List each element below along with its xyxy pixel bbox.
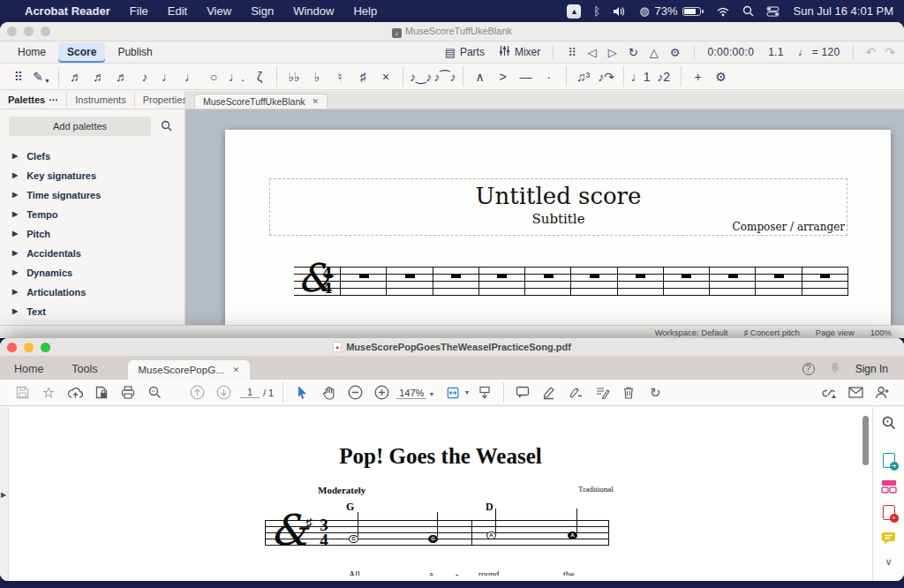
augmentation-dot-icon[interactable]: ♩. xyxy=(226,66,247,87)
measure[interactable] xyxy=(387,267,433,296)
whole-note-icon[interactable]: ○ xyxy=(203,66,224,87)
playback-settings-gear[interactable]: ⚙ xyxy=(670,46,681,59)
sign-in-button[interactable]: Sign In xyxy=(855,363,888,375)
pdf-document-tab[interactable]: MuseScorePopG... ✕ xyxy=(128,360,251,380)
score-page[interactable]: Untitled score Subtitle Composer / arran… xyxy=(225,130,891,325)
measure[interactable] xyxy=(802,267,848,296)
comments-tool-icon[interactable] xyxy=(880,531,898,545)
measure[interactable] xyxy=(618,267,664,296)
measure[interactable] xyxy=(479,267,525,296)
metronome-button[interactable]: △ xyxy=(650,46,659,59)
menu-extra-app-icon[interactable]: ▲ xyxy=(567,4,581,19)
undo-button[interactable]: ↶ xyxy=(866,45,877,59)
palette-item-accidentals[interactable]: ▶Accidentals xyxy=(0,244,185,263)
palettes-more-dots[interactable]: ··· xyxy=(49,94,58,105)
previous-page-icon[interactable] xyxy=(185,382,208,403)
tab-instruments[interactable]: Instruments xyxy=(67,91,134,109)
tab-home[interactable]: Home xyxy=(9,43,55,61)
palette-item-tempo[interactable]: ▶Tempo xyxy=(0,205,185,224)
menu-view[interactable]: View xyxy=(207,4,231,18)
palette-item-key-signatures[interactable]: ▶Key signatures xyxy=(0,166,185,185)
title-frame[interactable]: Untitled score Subtitle Composer / arran… xyxy=(269,178,848,236)
musescore-titlebar[interactable]: ♪MuseScoreTuffUkeBlank xyxy=(0,22,904,41)
mixer-button[interactable]: Mixer xyxy=(499,45,540,59)
menu-sign[interactable]: Sign xyxy=(251,4,274,18)
add-palettes-button[interactable]: Add palettes xyxy=(9,117,151,136)
add-person-icon[interactable] xyxy=(870,382,893,403)
create-pdf-icon[interactable]: + xyxy=(880,505,898,520)
email-icon[interactable] xyxy=(844,382,867,403)
double-flat-icon[interactable]: ♭♭ xyxy=(283,66,305,87)
zoom-in-icon[interactable] xyxy=(370,382,393,403)
rest-icon[interactable]: ζ xyxy=(249,66,270,87)
marcato-icon[interactable]: ∧ xyxy=(470,66,491,87)
spotlight-search-icon[interactable] xyxy=(742,4,754,19)
protect-document-icon[interactable] xyxy=(90,382,113,403)
64th-note-icon[interactable]: ♬ xyxy=(65,66,87,87)
page-view-selector[interactable]: Page view xyxy=(816,328,855,337)
play-button[interactable]: ▷ xyxy=(608,46,617,59)
tab-tools[interactable]: Tools xyxy=(57,358,111,380)
expand-left-panel-icon[interactable]: ▶ xyxy=(1,491,6,499)
vpn-swirl-icon[interactable]: ◍ xyxy=(639,4,649,19)
score-title[interactable]: Untitled score xyxy=(270,183,847,209)
natural-icon[interactable]: ♮ xyxy=(329,66,350,87)
staff[interactable]: & 4 4 xyxy=(294,267,848,296)
more-tools-chevron-icon[interactable]: ∨ xyxy=(880,556,898,568)
bluetooth-icon[interactable]: ᛒ xyxy=(593,4,600,19)
close-tab-icon[interactable]: ✕ xyxy=(233,366,240,374)
canvas-zoom-level[interactable]: 100% xyxy=(870,328,892,337)
print-icon[interactable] xyxy=(117,382,139,403)
half-note-icon[interactable]: ♩ xyxy=(180,66,201,87)
page-scrolling-icon[interactable] xyxy=(473,382,496,403)
battery-indicator[interactable]: 73% xyxy=(655,4,704,18)
menu-window[interactable]: Window xyxy=(293,4,334,18)
menu-file[interactable]: File xyxy=(130,4,148,18)
score-document-tab[interactable]: MuseScoreTuffUkeBlank ✕ xyxy=(194,94,328,109)
measure[interactable] xyxy=(341,267,387,296)
customize-gear-icon[interactable]: ⚙ xyxy=(711,66,732,87)
delete-trash-icon[interactable] xyxy=(617,382,640,403)
notifications-bell-icon[interactable] xyxy=(829,361,841,376)
close-tab-icon[interactable]: ✕ xyxy=(313,97,320,106)
rewind-button[interactable]: ◁ xyxy=(588,46,597,59)
control-center-icon[interactable] xyxy=(766,4,780,19)
select-tool-icon[interactable] xyxy=(290,382,313,403)
tie-icon[interactable]: ♪‿♪ xyxy=(410,66,432,87)
measure[interactable] xyxy=(664,267,710,296)
active-app-name[interactable]: Acrobat Reader xyxy=(25,4,110,18)
zoom-out-icon[interactable] xyxy=(343,382,366,403)
organize-pages-icon[interactable] xyxy=(880,479,898,494)
share-link-icon[interactable] xyxy=(817,382,840,403)
palette-item-pitch[interactable]: ▶Pitch xyxy=(0,224,185,244)
tab-score[interactable]: Score xyxy=(58,43,105,61)
refresh-icon[interactable]: ↻ xyxy=(644,382,667,403)
palette-item-clefs[interactable]: ▶Clefs xyxy=(0,147,185,166)
tab-publish[interactable]: Publish xyxy=(109,43,161,61)
score-composer[interactable]: Composer / arranger xyxy=(733,221,845,233)
voice-2-icon[interactable]: ♪2 xyxy=(653,66,674,87)
add-icon[interactable]: + xyxy=(688,66,709,87)
hand-tool-icon[interactable] xyxy=(317,382,340,403)
page-number-input[interactable]: 1 xyxy=(240,387,260,398)
search-tool-icon[interactable] xyxy=(880,416,898,430)
parts-button[interactable]: ▤ Parts xyxy=(445,46,485,59)
star-icon[interactable]: ☆ xyxy=(37,382,60,403)
tab-home[interactable]: Home xyxy=(0,358,57,380)
staccato-icon[interactable]: · xyxy=(539,66,560,87)
voice-1-icon[interactable]: ♩1 xyxy=(630,66,652,87)
sign-pen-icon[interactable] xyxy=(564,382,587,403)
save-icon[interactable] xyxy=(11,382,34,403)
flat-icon[interactable]: ♭ xyxy=(306,66,328,87)
highlight-icon[interactable] xyxy=(538,382,561,403)
tuplet-icon[interactable]: ♫³ xyxy=(573,66,594,87)
volume-icon[interactable] xyxy=(613,4,627,19)
measure[interactable] xyxy=(433,267,479,296)
palette-item-articulations[interactable]: ▶Articulations xyxy=(0,283,185,302)
palette-item-text[interactable]: ▶Text xyxy=(0,302,185,321)
help-icon[interactable]: ? xyxy=(802,363,815,375)
comment-icon[interactable] xyxy=(511,382,534,403)
pdf-page[interactable]: Pop! Goes the Weasel Moderately Traditio… xyxy=(9,407,872,576)
menu-edit[interactable]: Edit xyxy=(168,4,187,18)
measure[interactable] xyxy=(571,267,617,296)
